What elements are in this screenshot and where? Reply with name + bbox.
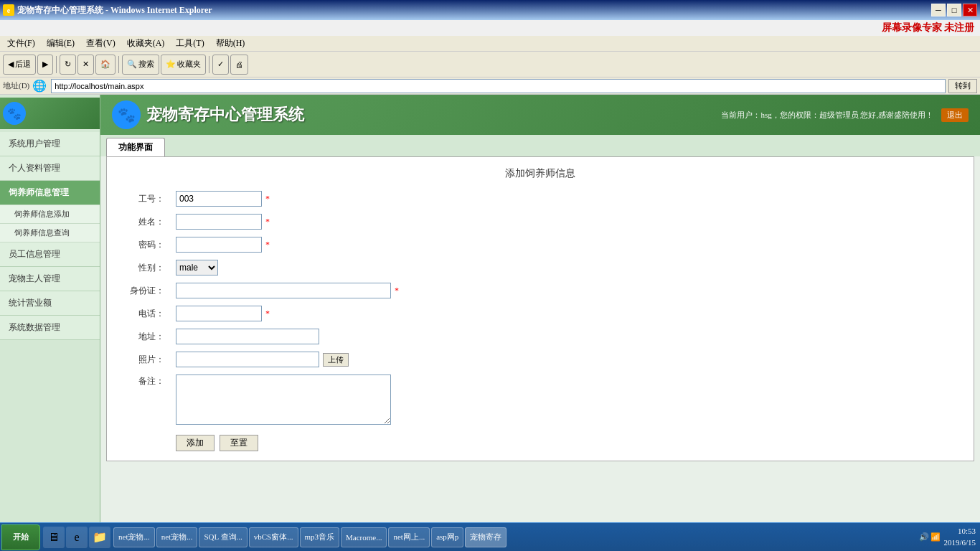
sidebar-item-sys-data[interactable]: 系统数据管理 [0, 316, 100, 340]
form-row-gender: 性别： male female [113, 256, 968, 279]
cell-photo: 上传 [170, 348, 968, 371]
refresh-button[interactable]: ↻ [60, 55, 76, 75]
home-button[interactable]: 🏠 [95, 55, 116, 75]
sidebar-item-feeder[interactable]: 饲养师信息管理 [0, 181, 100, 205]
cell-gender: male female [170, 256, 968, 279]
taskbar-app-7[interactable]: net网上... [388, 527, 430, 547]
stop-button[interactable]: ✕ [77, 55, 94, 75]
back-button[interactable]: ◀ 后退 [3, 55, 36, 75]
taskbar-app-5[interactable]: mp3音乐 [300, 527, 340, 547]
watermark-bar: 屏幕录像专家 未注册 [0, 20, 980, 36]
quick-launch-show-desktop[interactable]: 🖥 [43, 527, 65, 548]
form-row-idcard: 身份证： * [113, 279, 968, 302]
input-name[interactable] [176, 214, 262, 230]
browser-title-bar: e 宠物寄存中心管理系统 - Windows Internet Explorer… [0, 0, 980, 20]
cell-idcard: * [170, 279, 968, 302]
search-button[interactable]: 🔍 搜索 [122, 55, 159, 75]
toolbar-separator-1 [56, 56, 57, 73]
clock-date: 2019/6/15 [943, 537, 976, 548]
form-row-photo: 照片： 上传 [113, 348, 968, 371]
favorites-button[interactable]: ⭐ 收藏夹 [161, 55, 206, 75]
app-header: 🐾 宠物寄存中心管理系统 当前用户：hsg，您的权限：超级管理员 您好,感谢盛陪… [100, 95, 980, 135]
taskbar-app-4[interactable]: vbCS窗体... [249, 527, 298, 547]
quick-launch-explorer[interactable]: 📁 [89, 527, 110, 548]
cell-phone: * [170, 302, 968, 325]
sidebar-item-pet-owner[interactable]: 宠物主人管理 [0, 267, 100, 291]
label-address: 地址： [113, 325, 170, 348]
main-content: 🐾 宠物寄存中心管理系统 当前用户：hsg，您的权限：超级管理员 您好,感谢盛陪… [100, 95, 980, 538]
sidebar-item-feeder-query[interactable]: 饲养师信息查询 [0, 224, 100, 242]
cell-employee-id: * [170, 187, 968, 210]
required-employee-id: * [265, 194, 270, 204]
taskbar-app-1[interactable]: net宠物... [113, 527, 155, 547]
input-idcard[interactable] [176, 283, 391, 298]
input-password[interactable] [176, 237, 262, 253]
system-tray: 🔊 📶 10:53 2019/6/15 [915, 526, 980, 548]
menu-edit[interactable]: 编辑(E) [41, 36, 80, 51]
sidebar-item-statistics[interactable]: 统计营业额 [0, 291, 100, 316]
taskbar-app-2[interactable]: net宠物... [156, 527, 198, 547]
taskbar-app-3[interactable]: SQL 查询... [199, 527, 247, 547]
go-address-button[interactable]: 转到 [948, 79, 977, 93]
address-input[interactable] [51, 79, 946, 93]
menu-help[interactable]: 帮助(H) [210, 36, 251, 51]
taskbar-app-8[interactable]: asp网p [431, 527, 463, 547]
app-title: 宠物寄存中心管理系统 [146, 104, 304, 126]
app-logo-icon: 🐾 [3, 102, 26, 125]
add-button[interactable]: 添加 [176, 435, 215, 451]
logout-button[interactable]: 退出 [941, 108, 969, 122]
menu-bar: 文件(F) 编辑(E) 查看(V) 收藏夹(A) 工具(T) 帮助(H) [0, 36, 980, 52]
cell-password: * [170, 233, 968, 256]
form-title: 添加饲养师信息 [113, 163, 968, 187]
app-header-left: 🐾 宠物寄存中心管理系统 [112, 100, 304, 129]
form-row-phone: 电话： * [113, 302, 968, 325]
taskbar-app-6[interactable]: Macrome... [341, 527, 387, 547]
browser-content: 🐾 系统用户管理 个人资料管理 饲养师信息管理 饲养师信息添加 饲养师信息查询 [0, 95, 980, 538]
sidebar-item-employee[interactable]: 员工信息管理 [0, 242, 100, 267]
title-bar-left: e 宠物寄存中心管理系统 - Windows Internet Explorer [3, 4, 212, 17]
select-gender[interactable]: male female [176, 260, 218, 276]
required-phone: * [265, 309, 270, 319]
menu-file[interactable]: 文件(F) [1, 36, 41, 51]
label-idcard: 身份证： [113, 279, 170, 302]
toolbar-separator-3 [209, 56, 209, 73]
sidebar-item-sys-user[interactable]: 系统用户管理 [0, 132, 100, 156]
label-employee-id: 工号： [113, 187, 170, 210]
label-gender: 性别： [113, 256, 170, 279]
go-button[interactable]: ✓ [212, 55, 229, 75]
forward-button[interactable]: ▶ [37, 55, 53, 75]
clock-time: 10:53 [943, 526, 976, 537]
form-btn-cell: 添加 至置 [170, 431, 968, 455]
input-phone[interactable] [176, 306, 262, 321]
minimize-button[interactable]: ─ [931, 4, 946, 17]
menu-view[interactable]: 查看(V) [80, 36, 121, 51]
taskbar: 开始 🖥 e 📁 net宠物... net宠物... SQL 查询... vbC… [0, 522, 980, 551]
sidebar: 🐾 系统用户管理 个人资料管理 饲养师信息管理 饲养师信息添加 饲养师信息查询 [0, 95, 100, 538]
tab-function[interactable]: 功能界面 [106, 138, 165, 156]
input-address[interactable] [176, 329, 319, 344]
input-notes[interactable] [176, 375, 391, 425]
sidebar-item-feeder-add[interactable]: 饲养师信息添加 [0, 205, 100, 224]
input-employee-id[interactable] [176, 191, 262, 207]
close-button[interactable]: ✕ [963, 4, 977, 17]
sidebar-item-personal[interactable]: 个人资料管理 [0, 156, 100, 181]
toolbar-separator-2 [118, 56, 119, 73]
address-bar: 地址(D) 🌐 转到 [0, 77, 980, 95]
tab-area: 功能界面 [100, 135, 980, 156]
upload-button[interactable]: 上传 [323, 353, 349, 367]
label-photo: 照片： [113, 348, 170, 371]
menu-tools[interactable]: 工具(T) [170, 36, 209, 51]
current-user-text: 当前用户：hsg，您的权限：超级管理员 您好,感谢盛陪使用！ [721, 110, 933, 119]
print-button[interactable]: 🖨 [230, 55, 248, 75]
quick-launch-ie[interactable]: e [66, 527, 88, 548]
taskbar-app-9[interactable]: 宠物寄存 [465, 527, 507, 547]
required-password: * [265, 240, 270, 250]
label-phone: 电话： [113, 302, 170, 325]
browser-icon: e [3, 4, 14, 16]
input-photo[interactable] [176, 352, 319, 367]
form-panel: 添加饲养师信息 工号： * 姓名： * [106, 156, 974, 461]
reset-button[interactable]: 至置 [220, 435, 258, 451]
maximize-button[interactable]: □ [947, 4, 961, 17]
start-button[interactable]: 开始 [1, 524, 40, 550]
menu-favorites[interactable]: 收藏夹(A) [121, 36, 171, 51]
